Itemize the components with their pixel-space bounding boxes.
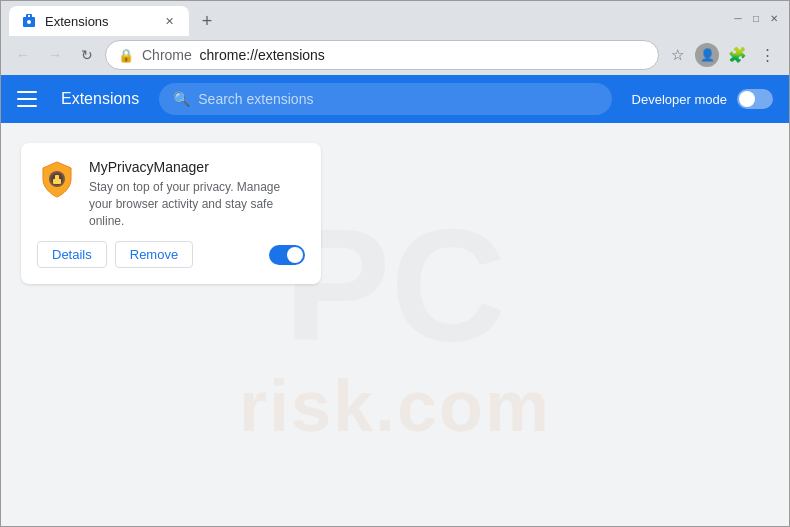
extension-description: Stay on top of your privacy. Manage your…: [89, 179, 305, 229]
close-button[interactable]: ✕: [767, 11, 781, 25]
svg-point-4: [55, 175, 59, 179]
omnibox[interactable]: 🔒 Chrome chrome://extensions: [105, 40, 659, 70]
hamburger-menu-button[interactable]: [17, 83, 49, 115]
extensions-page-title: Extensions: [61, 90, 139, 108]
toolbar-icons: ☆ 👤 🧩 ⋮: [663, 41, 781, 69]
back-button[interactable]: ←: [9, 41, 37, 69]
address-bar: ← → ↻ 🔒 Chrome chrome://extensions ☆ 👤 🧩…: [1, 35, 789, 75]
extension-info: MyPrivacyManager Stay on top of your pri…: [89, 159, 305, 229]
tab-strip: Extensions ✕ +: [9, 1, 731, 35]
extension-actions: Details Remove: [37, 241, 305, 268]
profile-icon[interactable]: 👤: [693, 41, 721, 69]
remove-button[interactable]: Remove: [115, 241, 193, 268]
extension-card: MyPrivacyManager Stay on top of your pri…: [21, 143, 321, 284]
developer-mode-toggle[interactable]: [737, 89, 773, 109]
window-controls: ─ □ ✕: [731, 11, 781, 25]
search-input[interactable]: [198, 91, 597, 107]
extension-header: MyPrivacyManager Stay on top of your pri…: [37, 159, 305, 229]
tab-extension-icon: [21, 13, 37, 29]
new-tab-button[interactable]: +: [193, 7, 221, 35]
watermark-risk: risk.com: [239, 365, 551, 447]
tab-title: Extensions: [45, 14, 153, 29]
minimize-button[interactable]: ─: [731, 11, 745, 25]
browser-window: Extensions ✕ + ─ □ ✕ ← → ↻ 🔒 Chrome chro…: [1, 1, 789, 527]
extensions-header: Extensions 🔍 Developer mode: [1, 75, 789, 123]
details-button[interactable]: Details: [37, 241, 107, 268]
tab-close-button[interactable]: ✕: [161, 13, 177, 29]
omnibox-domain: Chrome: [142, 47, 192, 63]
extension-icon: [37, 159, 77, 199]
toggle-knob: [739, 91, 755, 107]
maximize-button[interactable]: □: [749, 11, 763, 25]
extension-toggle[interactable]: [269, 245, 305, 265]
svg-rect-3: [53, 179, 61, 184]
secure-icon: 🔒: [118, 48, 134, 63]
bookmark-icon[interactable]: ☆: [663, 41, 691, 69]
forward-button[interactable]: →: [41, 41, 69, 69]
extension-toggle-knob: [287, 247, 303, 263]
title-bar: Extensions ✕ + ─ □ ✕: [1, 1, 789, 35]
hamburger-line-1: [17, 91, 37, 93]
more-menu-icon[interactable]: ⋮: [753, 41, 781, 69]
hamburger-line-3: [17, 105, 37, 107]
extension-puzzle-icon[interactable]: 🧩: [723, 41, 751, 69]
active-tab[interactable]: Extensions ✕: [9, 6, 189, 36]
developer-mode-label: Developer mode: [632, 92, 727, 107]
search-box[interactable]: 🔍: [159, 83, 611, 115]
main-content: PC risk.com MyPrivacyManager Stay on t: [1, 123, 789, 527]
avatar: 👤: [695, 43, 719, 67]
extension-name: MyPrivacyManager: [89, 159, 305, 175]
omnibox-text: Chrome chrome://extensions: [142, 47, 646, 63]
refresh-button[interactable]: ↻: [73, 41, 101, 69]
search-icon: 🔍: [173, 91, 190, 107]
hamburger-line-2: [17, 98, 37, 100]
developer-mode-section: Developer mode: [632, 89, 773, 109]
